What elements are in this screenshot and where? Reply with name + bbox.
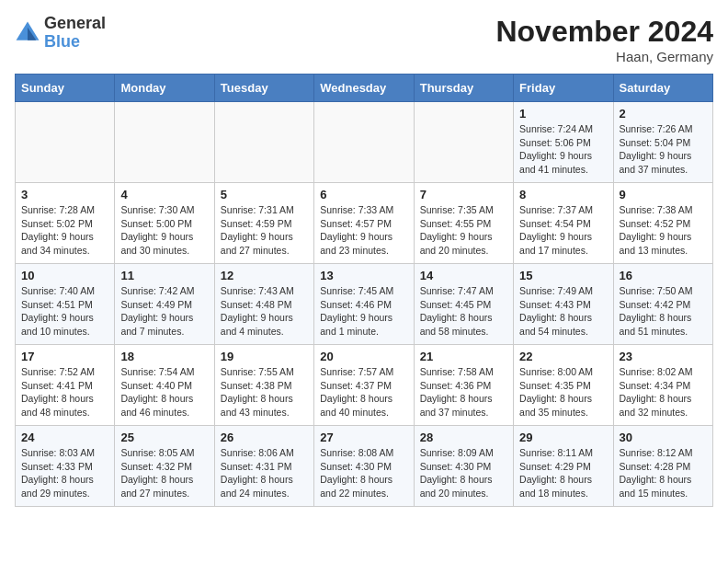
calendar-cell: 27Sunrise: 8:08 AMSunset: 4:30 PMDayligh…	[314, 426, 414, 507]
day-number: 19	[221, 350, 308, 363]
calendar-cell: 13Sunrise: 7:45 AMSunset: 4:46 PMDayligh…	[314, 264, 414, 345]
day-info: Sunrise: 7:49 AMSunset: 4:43 PMDaylight:…	[519, 284, 607, 339]
calendar-table: SundayMondayTuesdayWednesdayThursdayFrid…	[15, 74, 713, 507]
day-number: 23	[620, 350, 707, 363]
day-info: Sunrise: 8:06 AMSunset: 4:31 PMDaylight:…	[221, 446, 308, 500]
calendar-cell: 18Sunrise: 7:54 AMSunset: 4:40 PMDayligh…	[115, 345, 214, 426]
day-info: Sunrise: 7:50 AMSunset: 4:42 PMDaylight:…	[620, 284, 707, 339]
week-row-1: 1Sunrise: 7:24 AMSunset: 5:06 PMDaylight…	[16, 102, 713, 183]
header-day-thursday: Thursday	[414, 75, 513, 102]
day-info: Sunrise: 7:38 AMSunset: 4:52 PMDaylight:…	[620, 203, 707, 258]
day-info: Sunrise: 7:43 AMSunset: 4:48 PMDaylight:…	[221, 284, 308, 339]
calendar-header: SundayMondayTuesdayWednesdayThursdayFrid…	[16, 75, 713, 102]
day-info: Sunrise: 7:37 AMSunset: 4:54 PMDaylight:…	[519, 203, 607, 258]
calendar-cell: 14Sunrise: 7:47 AMSunset: 4:45 PMDayligh…	[414, 264, 513, 345]
day-info: Sunrise: 8:03 AMSunset: 4:33 PMDaylight:…	[21, 446, 108, 500]
day-info: Sunrise: 7:31 AMSunset: 4:59 PMDaylight:…	[221, 203, 308, 258]
calendar-cell: 9Sunrise: 7:38 AMSunset: 4:52 PMDaylight…	[613, 183, 712, 264]
day-info: Sunrise: 7:54 AMSunset: 4:40 PMDaylight:…	[120, 365, 208, 419]
day-number: 2	[620, 107, 707, 121]
calendar-cell: 23Sunrise: 8:02 AMSunset: 4:34 PMDayligh…	[613, 345, 712, 426]
calendar-cell	[414, 102, 513, 183]
day-info: Sunrise: 7:57 AMSunset: 4:37 PMDaylight:…	[320, 365, 407, 419]
day-number: 18	[120, 350, 208, 363]
day-number: 24	[21, 431, 108, 444]
calendar-cell: 4Sunrise: 7:30 AMSunset: 5:00 PMDaylight…	[115, 183, 214, 264]
day-info: Sunrise: 7:47 AMSunset: 4:45 PMDaylight:…	[420, 284, 507, 339]
day-info: Sunrise: 8:09 AMSunset: 4:30 PMDaylight:…	[420, 446, 507, 500]
calendar-cell: 11Sunrise: 7:42 AMSunset: 4:49 PMDayligh…	[115, 264, 214, 345]
calendar-cell: 26Sunrise: 8:06 AMSunset: 4:31 PMDayligh…	[214, 426, 313, 507]
day-number: 14	[420, 269, 507, 282]
day-info: Sunrise: 7:30 AMSunset: 5:00 PMDaylight:…	[120, 203, 208, 258]
calendar-cell: 1Sunrise: 7:24 AMSunset: 5:06 PMDaylight…	[514, 102, 613, 183]
day-info: Sunrise: 8:12 AMSunset: 4:28 PMDaylight:…	[620, 446, 707, 500]
week-row-3: 10Sunrise: 7:40 AMSunset: 4:51 PMDayligh…	[16, 264, 713, 345]
header: General Blue November 2024 Haan, Germany	[15, 15, 713, 64]
day-number: 17	[21, 350, 108, 363]
day-number: 4	[120, 188, 208, 201]
calendar-cell: 7Sunrise: 7:35 AMSunset: 4:55 PMDaylight…	[414, 183, 513, 264]
calendar-cell: 10Sunrise: 7:40 AMSunset: 4:51 PMDayligh…	[16, 264, 115, 345]
day-number: 13	[320, 269, 407, 282]
calendar-cell	[16, 102, 115, 183]
header-row: SundayMondayTuesdayWednesdayThursdayFrid…	[16, 75, 713, 102]
day-number: 10	[21, 269, 108, 282]
day-info: Sunrise: 7:26 AMSunset: 5:04 PMDaylight:…	[620, 122, 707, 177]
day-number: 25	[120, 431, 208, 444]
week-row-2: 3Sunrise: 7:28 AMSunset: 5:02 PMDaylight…	[16, 183, 713, 264]
calendar-cell: 22Sunrise: 8:00 AMSunset: 4:35 PMDayligh…	[514, 345, 613, 426]
calendar-cell: 6Sunrise: 7:33 AMSunset: 4:57 PMDaylight…	[314, 183, 414, 264]
calendar-cell: 3Sunrise: 7:28 AMSunset: 5:02 PMDaylight…	[16, 183, 115, 264]
day-number: 9	[620, 188, 707, 201]
header-day-wednesday: Wednesday	[314, 75, 414, 102]
day-number: 3	[21, 188, 108, 201]
calendar-cell: 30Sunrise: 8:12 AMSunset: 4:28 PMDayligh…	[613, 426, 712, 507]
calendar-cell: 15Sunrise: 7:49 AMSunset: 4:43 PMDayligh…	[514, 264, 613, 345]
day-info: Sunrise: 7:52 AMSunset: 4:41 PMDaylight:…	[21, 365, 108, 419]
calendar-cell: 8Sunrise: 7:37 AMSunset: 4:54 PMDaylight…	[514, 183, 613, 264]
day-number: 30	[620, 431, 707, 444]
day-info: Sunrise: 8:05 AMSunset: 4:32 PMDaylight:…	[120, 446, 208, 500]
title-area: November 2024 Haan, Germany	[495, 15, 713, 64]
calendar-cell: 5Sunrise: 7:31 AMSunset: 4:59 PMDaylight…	[214, 183, 313, 264]
header-day-monday: Monday	[115, 75, 214, 102]
calendar-cell: 17Sunrise: 7:52 AMSunset: 4:41 PMDayligh…	[16, 345, 115, 426]
calendar-cell: 29Sunrise: 8:11 AMSunset: 4:29 PMDayligh…	[514, 426, 613, 507]
day-number: 6	[320, 188, 407, 201]
day-number: 8	[519, 188, 607, 201]
day-info: Sunrise: 8:02 AMSunset: 4:34 PMDaylight:…	[620, 365, 707, 419]
week-row-4: 17Sunrise: 7:52 AMSunset: 4:41 PMDayligh…	[16, 345, 713, 426]
header-day-friday: Friday	[514, 75, 613, 102]
month-title: November 2024	[495, 15, 713, 49]
day-info: Sunrise: 7:42 AMSunset: 4:49 PMDaylight:…	[120, 284, 208, 339]
location: Haan, Germany	[495, 49, 713, 64]
day-number: 5	[221, 188, 308, 201]
day-info: Sunrise: 7:28 AMSunset: 5:02 PMDaylight:…	[21, 203, 108, 258]
calendar-cell: 12Sunrise: 7:43 AMSunset: 4:48 PMDayligh…	[214, 264, 313, 345]
calendar-cell: 16Sunrise: 7:50 AMSunset: 4:42 PMDayligh…	[613, 264, 712, 345]
calendar-cell: 2Sunrise: 7:26 AMSunset: 5:04 PMDaylight…	[613, 102, 712, 183]
day-info: Sunrise: 7:58 AMSunset: 4:36 PMDaylight:…	[420, 365, 507, 419]
logo: General Blue	[15, 15, 106, 52]
day-info: Sunrise: 7:24 AMSunset: 5:06 PMDaylight:…	[519, 122, 607, 177]
day-number: 15	[519, 269, 607, 282]
day-number: 7	[420, 188, 507, 201]
calendar-cell: 28Sunrise: 8:09 AMSunset: 4:30 PMDayligh…	[414, 426, 513, 507]
week-row-5: 24Sunrise: 8:03 AMSunset: 4:33 PMDayligh…	[16, 426, 713, 507]
day-number: 29	[519, 431, 607, 444]
day-number: 11	[120, 269, 208, 282]
day-info: Sunrise: 8:08 AMSunset: 4:30 PMDaylight:…	[320, 446, 407, 500]
logo-icon	[15, 20, 40, 46]
calendar-cell: 25Sunrise: 8:05 AMSunset: 4:32 PMDayligh…	[115, 426, 214, 507]
calendar-cell: 21Sunrise: 7:58 AMSunset: 4:36 PMDayligh…	[414, 345, 513, 426]
day-info: Sunrise: 8:11 AMSunset: 4:29 PMDaylight:…	[519, 446, 607, 500]
header-day-saturday: Saturday	[613, 75, 712, 102]
day-number: 16	[620, 269, 707, 282]
day-info: Sunrise: 7:33 AMSunset: 4:57 PMDaylight:…	[320, 203, 407, 258]
day-number: 27	[320, 431, 407, 444]
calendar-cell: 24Sunrise: 8:03 AMSunset: 4:33 PMDayligh…	[16, 426, 115, 507]
day-number: 28	[420, 431, 507, 444]
day-number: 20	[320, 350, 407, 363]
day-number: 12	[221, 269, 308, 282]
